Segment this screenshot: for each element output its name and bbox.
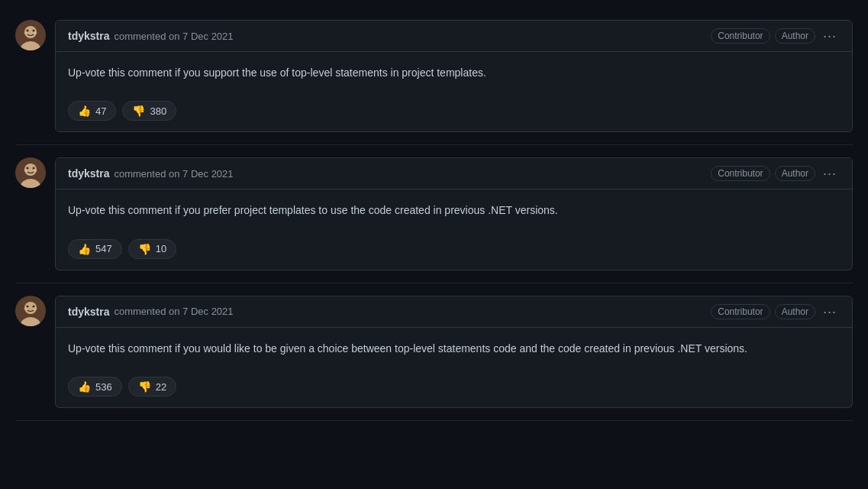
comment-actions: ContributorAuthor··· bbox=[711, 166, 840, 181]
comment-reactions: 👍536👎22 bbox=[56, 369, 852, 407]
upvote-count: 47 bbox=[95, 105, 106, 117]
svg-point-10 bbox=[27, 167, 29, 170]
comment-header: tdykstracommented on 7 Dec 2021Contribut… bbox=[56, 158, 852, 189]
svg-point-19 bbox=[24, 307, 28, 309]
upvote-button[interactable]: 👍547 bbox=[68, 239, 122, 259]
downvote-count: 10 bbox=[156, 243, 166, 254]
svg-point-5 bbox=[24, 32, 28, 34]
svg-point-6 bbox=[34, 32, 37, 34]
author-badge: Author bbox=[775, 304, 815, 319]
upvote-count: 547 bbox=[95, 243, 112, 254]
avatar bbox=[15, 157, 46, 188]
more-options-button[interactable]: ··· bbox=[820, 29, 840, 43]
downvote-count: 380 bbox=[150, 105, 166, 117]
comment-reactions: 👍47👎380 bbox=[56, 93, 852, 131]
comment-body: tdykstracommented on 7 Dec 2021Contribut… bbox=[55, 157, 853, 270]
upvote-button[interactable]: 👍536 bbox=[68, 377, 122, 397]
comment-date: commented on 7 Dec 2021 bbox=[114, 31, 233, 42]
author-badge: Author bbox=[775, 28, 815, 44]
svg-point-3 bbox=[27, 30, 29, 32]
comment-item: tdykstracommented on 7 Dec 2021Contribut… bbox=[15, 145, 853, 283]
svg-point-20 bbox=[34, 307, 37, 309]
more-options-button[interactable]: ··· bbox=[820, 167, 840, 180]
comment-reactions: 👍547👎10 bbox=[56, 232, 852, 270]
avatar bbox=[15, 296, 46, 326]
upvote-count: 536 bbox=[95, 381, 112, 393]
comment-content: Up-vote this comment if you prefer proje… bbox=[56, 189, 852, 231]
more-options-button[interactable]: ··· bbox=[820, 305, 840, 319]
thumbs-up-icon: 👍 bbox=[78, 105, 91, 117]
comment-item: tdykstracommented on 7 Dec 2021Contribut… bbox=[15, 8, 853, 145]
avatar bbox=[15, 20, 46, 50]
upvote-button[interactable]: 👍47 bbox=[68, 101, 116, 121]
comment-meta: tdykstracommented on 7 Dec 2021 bbox=[68, 167, 234, 180]
comment-actions: ContributorAuthor··· bbox=[711, 304, 840, 319]
comment-item: tdykstracommented on 7 Dec 2021Contribut… bbox=[15, 283, 853, 421]
comment-content: Up-vote this comment if you would like t… bbox=[56, 328, 852, 369]
thumbs-up-icon: 👍 bbox=[78, 381, 91, 393]
comment-header: tdykstracommented on 7 Dec 2021Contribut… bbox=[56, 21, 852, 52]
comment-actions: ContributorAuthor··· bbox=[711, 28, 840, 44]
svg-point-18 bbox=[33, 305, 35, 307]
thumbs-down-icon: 👎 bbox=[138, 381, 151, 393]
downvote-button[interactable]: 👎380 bbox=[122, 101, 176, 121]
comment-meta: tdykstracommented on 7 Dec 2021 bbox=[68, 306, 234, 318]
svg-point-11 bbox=[33, 167, 35, 170]
thumbs-up-icon: 👍 bbox=[78, 243, 91, 255]
downvote-button[interactable]: 👎10 bbox=[128, 239, 176, 259]
svg-point-12 bbox=[24, 170, 28, 172]
author-badge: Author bbox=[775, 166, 815, 181]
comment-author[interactable]: tdykstra bbox=[68, 30, 109, 42]
thumbs-down-icon: 👎 bbox=[138, 243, 151, 255]
svg-point-4 bbox=[33, 30, 35, 32]
thumbs-down-icon: 👎 bbox=[132, 105, 145, 117]
comment-body: tdykstracommented on 7 Dec 2021Contribut… bbox=[55, 20, 853, 132]
contributor-badge: Contributor bbox=[711, 28, 770, 44]
comment-body: tdykstracommented on 7 Dec 2021Contribut… bbox=[55, 296, 853, 408]
comment-author[interactable]: tdykstra bbox=[68, 306, 109, 318]
svg-point-17 bbox=[27, 305, 29, 307]
comment-author[interactable]: tdykstra bbox=[68, 167, 109, 180]
comment-date: commented on 7 Dec 2021 bbox=[114, 306, 233, 317]
comments-container: tdykstracommented on 7 Dec 2021Contribut… bbox=[0, 0, 868, 429]
contributor-badge: Contributor bbox=[711, 304, 770, 319]
comment-meta: tdykstracommented on 7 Dec 2021 bbox=[68, 30, 234, 42]
contributor-badge: Contributor bbox=[711, 166, 770, 181]
svg-point-13 bbox=[34, 170, 37, 172]
comment-date: commented on 7 Dec 2021 bbox=[114, 168, 233, 180]
comment-content: Up-vote this comment if you support the … bbox=[56, 52, 852, 93]
downvote-count: 22 bbox=[156, 381, 166, 393]
comment-header: tdykstracommented on 7 Dec 2021Contribut… bbox=[56, 296, 852, 328]
downvote-button[interactable]: 👎22 bbox=[128, 377, 176, 397]
